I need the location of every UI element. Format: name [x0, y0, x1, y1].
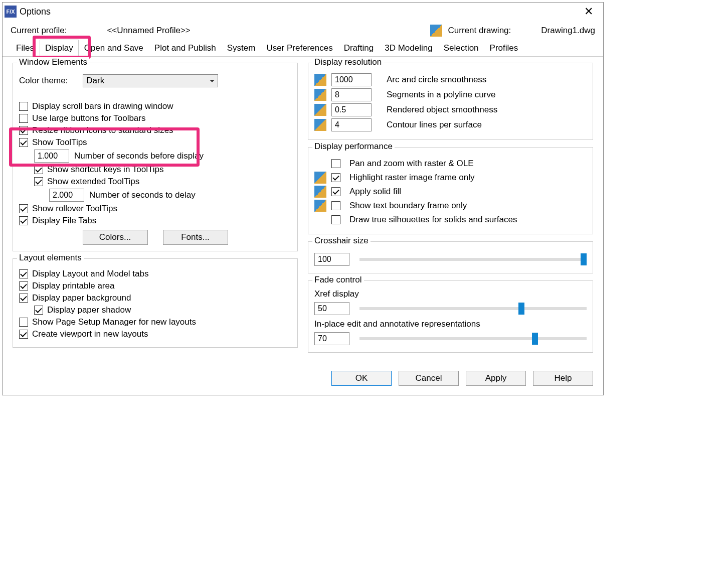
sysvar-icon: [314, 104, 326, 116]
input-inplace-edit[interactable]: [314, 332, 349, 345]
slider-thumb-icon: [518, 303, 524, 315]
checkbox-paper-background[interactable]: [19, 294, 28, 303]
content: Window Elements Color theme: Dark Displa…: [3, 57, 603, 364]
label-rendered-smoothness: Rendered object smoothness: [387, 105, 497, 115]
titlebar: F/X Options ✕: [3, 3, 603, 21]
blank-icon: [314, 214, 326, 226]
checkbox-text-boundary[interactable]: [331, 201, 340, 210]
label-create-viewport: Create viewport in new layouts: [32, 329, 148, 339]
current-drawing-label: Current drawing:: [448, 26, 511, 36]
chevron-down-icon: [210, 80, 215, 82]
input-contour-lines[interactable]: [331, 118, 372, 131]
tab-selection[interactable]: Selection: [438, 40, 484, 56]
fonts-button[interactable]: Fonts...: [163, 230, 228, 245]
checkbox-scroll-bars[interactable]: [19, 102, 28, 111]
left-column: Window Elements Color theme: Dark Displa…: [13, 63, 298, 360]
checkbox-pan-zoom[interactable]: [331, 159, 340, 168]
tab-user-preferences[interactable]: User Preferences: [261, 40, 338, 56]
checkbox-layout-tabs[interactable]: [19, 269, 28, 278]
input-rendered-smoothness[interactable]: [331, 103, 372, 116]
checkbox-highlight-raster[interactable]: [331, 173, 340, 182]
header-row: Current profile: <<Unnamed Profile>> Cur…: [3, 21, 603, 38]
color-theme-select[interactable]: Dark: [83, 74, 218, 87]
slider-xref[interactable]: [359, 307, 587, 310]
label-paper-background: Display paper background: [32, 293, 131, 303]
checkbox-page-setup-mgr[interactable]: [19, 318, 28, 327]
group-title-crosshair: Crosshair size: [312, 236, 371, 246]
label-xref-display: Xref display: [314, 289, 587, 299]
group-display-resolution: Display resolution Arc and circle smooth…: [308, 63, 593, 140]
label-layout-tabs: Display Layout and Model tabs: [32, 269, 148, 279]
cancel-button[interactable]: Cancel: [399, 371, 459, 386]
checkbox-shortcut-keys[interactable]: [34, 165, 43, 174]
checkbox-file-tabs[interactable]: [19, 216, 28, 225]
checkbox-large-buttons[interactable]: [19, 114, 28, 123]
tab-profiles[interactable]: Profiles: [484, 40, 524, 56]
checkbox-printable-area[interactable]: [19, 281, 28, 291]
sysvar-icon: [314, 89, 326, 101]
tab-files[interactable]: Files: [11, 40, 40, 56]
input-crosshair-size[interactable]: [314, 253, 349, 266]
checkbox-silhouettes[interactable]: [331, 215, 340, 224]
tab-system[interactable]: System: [222, 40, 261, 56]
group-window-elements: Window Elements Color theme: Dark Displa…: [13, 63, 298, 251]
input-xref-display[interactable]: [314, 302, 349, 315]
checkbox-rollover-tooltips[interactable]: [19, 204, 28, 213]
sysvar-icon: [314, 200, 326, 212]
label-scroll-bars: Display scroll bars in drawing window: [32, 101, 173, 111]
current-profile-label: Current profile:: [11, 26, 67, 36]
input-tooltip-delay[interactable]: [34, 150, 69, 163]
label-inplace-edit: In-place edit and annotative representat…: [314, 319, 587, 329]
label-shortcut-keys: Show shortcut keys in ToolTips: [47, 165, 163, 175]
input-ext-tooltip-delay[interactable]: [49, 189, 84, 202]
tab-display[interactable]: Display: [40, 40, 79, 57]
label-extended-tooltips: Show extended ToolTips: [47, 177, 139, 187]
slider-thumb-icon: [581, 253, 587, 265]
slider-crosshair[interactable]: [359, 258, 587, 261]
group-title-display-resolution: Display resolution: [312, 57, 384, 67]
tabs-bar: Files Display Open and Save Plot and Pub…: [3, 40, 603, 57]
tab-3d-modeling[interactable]: 3D Modeling: [379, 40, 438, 56]
drawing-icon: [430, 25, 442, 37]
checkbox-create-viewport[interactable]: [19, 330, 28, 339]
help-button[interactable]: Help: [533, 371, 593, 386]
slider-inplace[interactable]: [359, 337, 587, 340]
input-arc-smoothness[interactable]: [331, 73, 372, 86]
group-title-display-performance: Display performance: [312, 141, 395, 152]
current-drawing-value: Drawing1.dwg: [541, 26, 595, 36]
tab-open-and-save[interactable]: Open and Save: [79, 40, 149, 56]
slider-thumb-icon: [532, 333, 538, 345]
label-large-buttons: Use large buttons for Toolbars: [32, 113, 145, 123]
group-title-window-elements: Window Elements: [17, 57, 89, 67]
label-paper-shadow: Display paper shadow: [47, 305, 131, 315]
checkbox-show-tooltips[interactable]: [19, 138, 28, 147]
label-file-tabs: Display File Tabs: [32, 216, 96, 226]
close-icon[interactable]: ✕: [579, 5, 598, 18]
apply-button[interactable]: Apply: [466, 371, 526, 386]
ok-button[interactable]: OK: [331, 371, 392, 386]
checkbox-resize-ribbon[interactable]: [19, 126, 28, 135]
label-arc-smoothness: Arc and circle smoothness: [387, 75, 486, 85]
right-column: Display resolution Arc and circle smooth…: [308, 63, 593, 360]
tab-plot-and-publish[interactable]: Plot and Publish: [149, 40, 222, 56]
group-fade-control: Fade control Xref display In-place edit …: [308, 280, 593, 353]
label-ext-tooltip-delay: Number of seconds to delay: [89, 190, 196, 200]
label-tooltip-delay: Number of seconds before display: [74, 151, 204, 161]
label-resize-ribbon: Resize ribbon icons to standard sizes: [32, 125, 173, 135]
dialog-buttons: OK Cancel Apply Help: [3, 364, 603, 395]
sysvar-icon: [314, 186, 326, 198]
group-title-fade: Fade control: [312, 275, 364, 285]
label-pan-zoom: Pan and zoom with raster & OLE: [349, 159, 474, 169]
options-dialog: F/X Options ✕ Current profile: <<Unnamed…: [2, 2, 604, 395]
checkbox-paper-shadow[interactable]: [34, 306, 43, 315]
label-polyline-segments: Segments in a polyline curve: [387, 90, 495, 100]
tab-drafting[interactable]: Drafting: [338, 40, 380, 56]
checkbox-extended-tooltips[interactable]: [34, 177, 43, 186]
input-polyline-segments[interactable]: [331, 88, 372, 101]
label-rollover-tooltips: Show rollover ToolTips: [32, 204, 117, 214]
dialog-title: Options: [20, 7, 579, 17]
checkbox-solid-fill[interactable]: [331, 187, 340, 196]
label-highlight-raster: Highlight raster image frame only: [349, 173, 474, 183]
colors-button[interactable]: Colors...: [83, 230, 148, 245]
label-contour-lines: Contour lines per surface: [387, 120, 482, 130]
